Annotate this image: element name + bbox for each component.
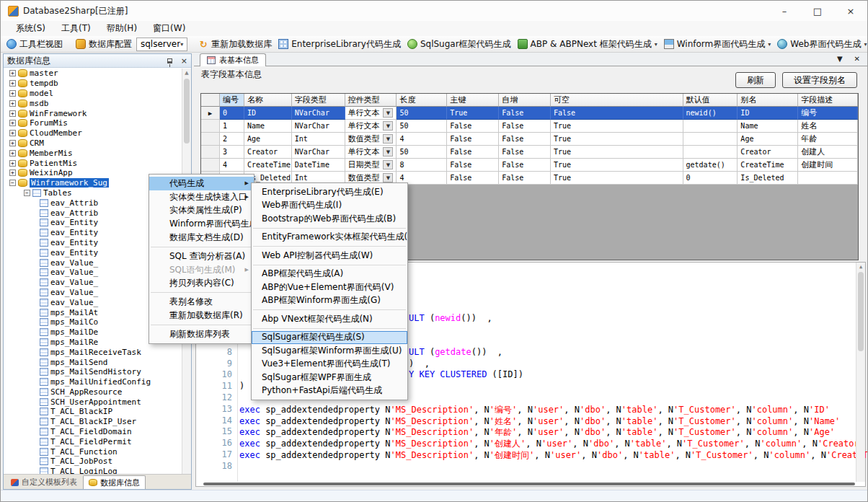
row-indicator[interactable] (201, 120, 220, 133)
grid-cell[interactable]: 单行文本▼ (345, 120, 397, 133)
table-row-Name[interactable]: 1NameNVarChar单行文本▼50FalseFalseTrueName姓名 (201, 120, 858, 133)
scroll-up-icon[interactable]: ▲ (856, 263, 865, 271)
menu-item-Web API控制器代码生成(W)[interactable]: Web API控制器代码生成(W) (252, 249, 407, 263)
toolbar-button-重新加载数据库[interactable]: ↻重新加载数据库 (196, 38, 274, 51)
grid-cell[interactable]: True (551, 133, 683, 146)
tree-item-ForumMis[interactable]: +ForumMis (4, 118, 182, 128)
expand-icon[interactable]: + (9, 120, 16, 126)
tree-item-T_ACL_BlackIP[interactable]: T_ACL_BlackIP (4, 407, 182, 417)
tree-item-CloudMember[interactable]: +CloudMember (4, 128, 182, 138)
grid-cell[interactable] (683, 133, 738, 146)
grid-cell[interactable]: True (551, 159, 683, 172)
expand-icon[interactable]: + (9, 150, 16, 157)
grid-cell[interactable]: Creator (244, 146, 292, 159)
menu-item-刷新数据库列表[interactable]: 刷新数据库列表 (149, 327, 254, 341)
grid-cell[interactable]: 0 (683, 172, 738, 185)
toolbar-button-Web界面代码生成[interactable]: Web界面代码生成▾ (775, 38, 868, 51)
tree-item-SCH_UserAppointment[interactable]: SCH_UserAppointment (4, 397, 182, 407)
grid-cell[interactable]: 0 (220, 107, 244, 120)
column-header-主键[interactable]: 主键 (447, 94, 499, 107)
grid-cell[interactable]: 50 (397, 120, 447, 133)
tree-item-T_ACL_BlackIP_User[interactable]: T_ACL_BlackIP_User (4, 417, 182, 427)
grid-cell[interactable]: CreateTime (738, 159, 798, 172)
menu-item-SQL 查询分析器(A)[interactable]: SQL 查询分析器(A) (149, 250, 254, 263)
menubar-item-0[interactable]: 系统(S) (8, 22, 53, 35)
column-header-编号[interactable]: 编号 (220, 94, 244, 107)
column-header-别名[interactable]: 别名 (738, 94, 798, 107)
menubar-item-3[interactable]: 窗口(W) (145, 22, 193, 35)
column-header-字段描述[interactable]: 字段描述 (798, 94, 858, 107)
column-header-控件类型[interactable]: 控件类型 (345, 94, 397, 107)
toolbar-button-Winform界面代码生成[interactable]: Winform界面代码生成▾ (662, 38, 774, 51)
expand-icon[interactable]: + (9, 130, 16, 136)
expand-icon[interactable]: + (9, 110, 16, 117)
tree-item-SCH_AppResource[interactable]: SCH_AppResource (4, 387, 182, 397)
grid-cell[interactable]: 创建人 (798, 146, 858, 159)
menu-item-Abp VNext框架代码生成(N)[interactable]: Abp VNext框架代码生成(N) (252, 312, 407, 326)
tree-item-WinFramework[interactable]: +WinFramework (4, 108, 182, 118)
combo-dropdown-icon[interactable]: ▼ (383, 121, 393, 131)
toolbar-button-工具栏视图[interactable]: 工具栏视图 (4, 38, 65, 51)
grid-cell[interactable] (683, 120, 738, 133)
grid-cell[interactable]: CreateTime (244, 159, 292, 172)
grid-cell[interactable]: getdate() (683, 159, 738, 172)
provider-combo[interactable]: sqlserver▾ (136, 38, 187, 51)
tab-table-basic-info[interactable]: 表基本信息 (200, 53, 266, 66)
menubar-item-2[interactable]: 帮助(H) (99, 22, 145, 35)
tab-close-icon[interactable]: ✕ (854, 55, 860, 63)
scroll-thumb[interactable] (184, 79, 190, 144)
menu-item-SqlSugar框架Winform界面生成(U)[interactable]: SqlSugar框架Winform界面生成(U) (252, 344, 407, 358)
expand-icon[interactable]: + (9, 169, 16, 176)
scroll-thumb[interactable] (858, 272, 864, 351)
grid-cell[interactable]: Is_Deleted (738, 172, 798, 185)
grid-cell[interactable]: 3 (220, 146, 244, 159)
close-button[interactable]: × (834, 1, 867, 21)
tree-item-tempdb[interactable]: +tempdb (4, 79, 182, 89)
set-field-alias-button[interactable]: 设置字段别名 (782, 72, 857, 88)
expand-icon[interactable]: + (9, 70, 16, 76)
grid-cell[interactable]: False (447, 159, 499, 172)
column-header-可空[interactable]: 可空 (551, 94, 683, 107)
menu-item-Bootstrap的Web界面代码生成(B)[interactable]: Bootstrap的Web界面代码生成(B) (252, 212, 407, 226)
menubar-item-1[interactable]: 工具(T) (53, 22, 99, 35)
menu-item-实体类生成快速入口[interactable]: 实体类生成快速入口▶ (149, 190, 254, 204)
grid-cell[interactable]: ID (244, 107, 292, 120)
expand-icon[interactable]: + (9, 90, 16, 97)
grid-cell[interactable]: False (499, 133, 551, 146)
grid-cell[interactable]: 姓名 (798, 120, 858, 133)
grid-cell[interactable] (798, 172, 858, 185)
menu-item-Python+FastApi后端代码生成[interactable]: Python+FastApi后端代码生成 (252, 384, 407, 398)
grid-cell[interactable]: Int (292, 133, 345, 146)
expand-icon[interactable]: + (9, 160, 16, 167)
grid-cell[interactable]: newid() (683, 107, 738, 120)
toolbar-button-数据库配置[interactable]: 数据库配置 (74, 38, 134, 51)
grid-cell[interactable]: False (447, 172, 499, 185)
tree-item-mps_MailUnifiedConfig[interactable]: mps_MailUnifiedConfig (4, 377, 182, 387)
tree-item-T_ACL_JobPost[interactable]: T_ACL_JobPost (4, 457, 182, 467)
grid-cell[interactable]: False (447, 133, 499, 146)
panel-tab-数据库信息[interactable]: 数据库信息 (83, 475, 146, 489)
grid-cell[interactable]: False (447, 146, 499, 159)
grid-cell[interactable]: DateTime (292, 159, 345, 172)
sql-horizontal-scrollbar[interactable] (203, 483, 855, 485)
grid-cell[interactable]: 单行文本▼ (345, 107, 397, 120)
table-row-ID[interactable]: ▶0IDNVarChar单行文本▼50TrueFalseFalsenewid()… (201, 107, 858, 120)
table-row-Age[interactable]: 2AgeInt数值类型▼4FalseFalseTrueAge年龄 (201, 133, 858, 146)
grid-cell[interactable]: 50 (397, 146, 447, 159)
grid-cell[interactable]: 年龄 (798, 133, 858, 146)
grid-cell[interactable]: 创建时间 (798, 159, 858, 172)
grid-cell[interactable]: 日期类型▼ (345, 159, 397, 172)
column-header-名称[interactable]: 名称 (244, 94, 292, 107)
tree-item-master[interactable]: +master (4, 69, 182, 79)
table-row-CreateTime[interactable]: 4CreateTimeDateTime日期类型▼8FalseFalseTrueg… (201, 159, 858, 172)
row-indicator[interactable] (201, 159, 220, 172)
grid-cell[interactable]: 8 (397, 159, 447, 172)
expand-icon[interactable]: + (9, 100, 16, 107)
toolbar-button-ABP & ABPNext 框架代码生成[interactable]: ABP & ABPNext 框架代码生成▾ (515, 38, 660, 51)
grid-cell[interactable]: True (551, 120, 683, 133)
menu-item-EnterpriseLibrary代码生成(E)[interactable]: EnterpriseLibrary代码生成(E) (252, 185, 407, 199)
tree-item-msdb[interactable]: +msdb (4, 98, 182, 108)
combo-dropdown-icon[interactable]: ▼ (383, 134, 393, 144)
menu-item-SqlSugar框架代码生成(S)[interactable]: SqlSugar框架代码生成(S) (252, 331, 407, 345)
combo-dropdown-icon[interactable]: ▼ (383, 108, 393, 118)
